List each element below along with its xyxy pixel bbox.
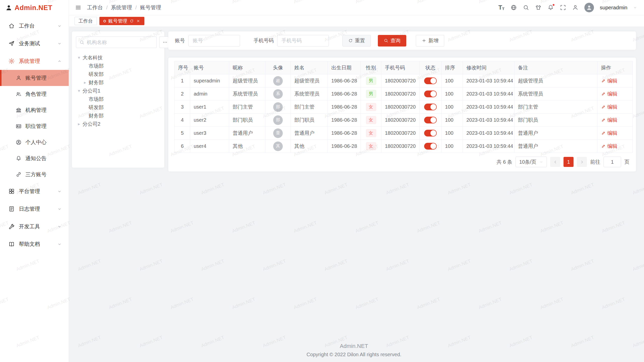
tree-node[interactable]: ▾分公司1 — [76, 87, 160, 95]
tree-node[interactable]: 市场部 — [76, 62, 160, 70]
tab-account-mgmt[interactable]: 账号管理 — [99, 17, 144, 25]
caret-down-icon[interactable]: ▾ — [76, 88, 82, 94]
sidebar-item-personal-center[interactable]: 个人中心 — [0, 134, 69, 150]
close-icon[interactable] — [136, 19, 140, 23]
status-toggle[interactable] — [424, 117, 437, 123]
row-more-button[interactable] — [621, 143, 627, 149]
tab-active-dot-icon — [103, 20, 106, 22]
notification-icon[interactable] — [547, 4, 554, 11]
goto-page-input[interactable] — [603, 157, 621, 167]
sidebar-item-account-mgmt[interactable]: 账号管理 — [0, 70, 69, 86]
edit-button[interactable]: 编辑 — [601, 130, 617, 137]
sidebar-item-label: 开发工具 — [19, 223, 40, 230]
sidebar-item-workbench[interactable]: 工作台 — [0, 17, 69, 35]
tree-node[interactable]: 财务部 — [76, 112, 160, 120]
sidebar-item-label: 平台管理 — [19, 188, 40, 195]
row-more-button[interactable] — [621, 117, 627, 123]
chevron-down-icon[interactable] — [633, 6, 637, 10]
profile-icon[interactable] — [572, 4, 579, 11]
edit-button[interactable]: 编辑 — [601, 77, 617, 84]
tree-node[interactable]: ▸分公司2 — [76, 120, 160, 128]
page-size-select[interactable]: 10条/页 — [515, 157, 547, 167]
phone-input[interactable] — [277, 35, 329, 47]
sidebar-menu: 工作台业务测试系统管理账号管理角色管理机构管理职位管理个人中心通知公告三方账号平… — [0, 16, 69, 362]
theme-icon[interactable] — [535, 4, 542, 11]
sidebar-item-business-test[interactable]: 业务测试 — [0, 35, 69, 52]
cell-phone: 18020030720 — [381, 74, 420, 87]
breadcrumb-item[interactable]: 系统管理 — [111, 4, 132, 11]
status-toggle[interactable] — [424, 90, 437, 97]
refresh-icon[interactable] — [130, 19, 134, 23]
edit-button[interactable]: 编辑 — [601, 90, 617, 97]
search-button[interactable]: 查询 — [378, 35, 406, 47]
cell-status — [420, 127, 441, 140]
add-button[interactable]: 新增 — [416, 35, 444, 47]
footer-title: Admin.NET — [72, 343, 636, 349]
user-avatar[interactable] — [584, 3, 594, 12]
sidebar-item-label: 职位管理 — [25, 123, 47, 130]
row-more-button[interactable] — [621, 130, 627, 136]
gender-badge: 男 — [366, 77, 376, 85]
tree-node[interactable]: 研发部 — [76, 103, 160, 112]
status-toggle[interactable] — [424, 104, 437, 110]
font-size-icon[interactable]: TT — [498, 4, 505, 11]
breadcrumb-item[interactable]: 工作台 — [87, 4, 103, 11]
prev-page-button[interactable] — [550, 157, 560, 167]
caret-right-icon[interactable]: ▸ — [76, 121, 82, 127]
caret-down-icon[interactable]: ▾ — [76, 55, 82, 60]
row-more-button[interactable] — [621, 104, 627, 110]
row-more-button[interactable] — [621, 91, 627, 97]
org-search-input[interactable] — [87, 39, 153, 45]
fullscreen-icon[interactable] — [560, 4, 566, 11]
cell-status — [420, 101, 441, 114]
sidebar-item-platform-mgmt[interactable]: 平台管理 — [0, 183, 69, 200]
breadcrumb-item[interactable]: 账号管理 — [140, 4, 161, 11]
main-area: 账号 手机号码 重置 查询 新增 — [168, 31, 636, 171]
sidebar-item-position-mgmt[interactable]: 职位管理 — [0, 118, 69, 134]
edit-button[interactable]: 编辑 — [601, 104, 617, 110]
sidebar-item-org-mgmt[interactable]: 机构管理 — [0, 102, 69, 118]
status-toggle[interactable] — [424, 143, 437, 150]
cell-sort: 100 — [441, 87, 463, 101]
hamburger-icon[interactable] — [75, 4, 82, 11]
status-toggle[interactable] — [424, 77, 437, 84]
caret-right-icon[interactable]: ▸ — [82, 80, 88, 85]
column-header: 序号 — [175, 61, 190, 74]
sidebar-item-role-mgmt[interactable]: 角色管理 — [0, 86, 69, 102]
sidebar-item-log-mgmt[interactable]: 日志管理 — [0, 200, 69, 218]
account-input[interactable] — [188, 35, 240, 47]
tree-node[interactable]: 市场部 — [76, 95, 160, 103]
footer: Admin.NET Copyright © 2022 Dilon All rig… — [72, 343, 636, 362]
reset-button[interactable]: 重置 — [342, 35, 371, 47]
idcard-icon — [16, 123, 22, 129]
sidebar-item-label: 工作台 — [19, 22, 35, 29]
language-icon[interactable] — [510, 4, 517, 11]
sidebar-item-notice[interactable]: 通知公告 — [0, 150, 69, 166]
tab-workbench[interactable]: 工作台 — [74, 17, 97, 25]
role-icon — [16, 91, 22, 97]
edit-button[interactable]: 编辑 — [601, 117, 617, 123]
next-page-button[interactable] — [577, 157, 587, 167]
cell-status — [420, 140, 441, 153]
row-more-button[interactable] — [621, 78, 627, 84]
sidebar-item-system-mgmt[interactable]: 系统管理 — [0, 52, 69, 70]
cell-modified: 2023-01-03 10:59:44 — [463, 74, 514, 87]
status-toggle[interactable] — [424, 130, 437, 137]
sidebar-item-third-party-account[interactable]: 三方账号 — [0, 166, 69, 183]
gender-badge: 女 — [366, 142, 376, 150]
tree-node[interactable]: ▾大名科技 — [76, 54, 160, 62]
cell-status — [420, 114, 441, 127]
toggle-knob — [430, 78, 436, 84]
search-icon[interactable] — [523, 4, 529, 11]
cell-account: user1 — [190, 101, 229, 114]
edit-button[interactable]: 编辑 — [601, 143, 617, 150]
username[interactable]: superadmin — [600, 5, 627, 11]
tree-node[interactable]: ▸财务部 — [76, 78, 160, 87]
sidebar-item-dev-tools[interactable]: 开发工具 — [0, 218, 69, 235]
sidebar-item-help-docs[interactable]: 帮助文档 — [0, 235, 69, 253]
page-number-current[interactable]: 1 — [564, 157, 574, 167]
home-icon — [8, 23, 15, 29]
cell-status — [420, 87, 441, 101]
tree-node[interactable]: 研发部 — [76, 70, 160, 78]
accounts-table: 序号账号昵称头像姓名出生日期性别手机号码状态排序修改时间备注操作 1supera… — [174, 61, 633, 153]
